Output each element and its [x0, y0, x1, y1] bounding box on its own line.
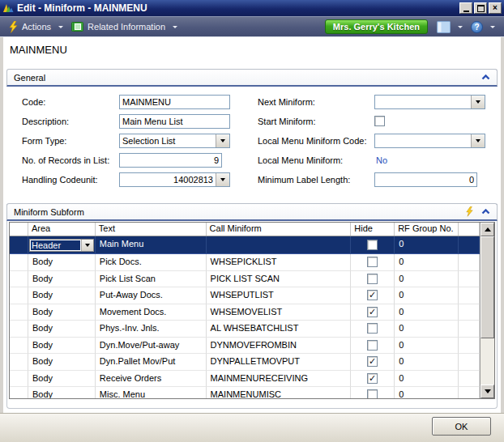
cell-rf-group-no[interactable]: 0	[395, 354, 459, 371]
table-row[interactable]: BodyPick List ScanPICK LIST SCAN0	[10, 271, 480, 288]
cell-text[interactable]: Pick List Scan	[96, 271, 207, 288]
cell-rf-group-no[interactable]: 0	[395, 387, 459, 399]
cell-rf-group-no[interactable]: 0	[395, 371, 459, 388]
cell-text[interactable]: Pick Docs.	[96, 254, 207, 271]
hide-checkbox[interactable]	[367, 389, 378, 399]
row-selector[interactable]	[10, 271, 28, 288]
collapse-chevron-icon[interactable]	[481, 74, 490, 80]
cell-area[interactable]: Header	[28, 236, 96, 254]
cell-text[interactable]: Receive Orders	[96, 371, 207, 388]
collapse-chevron-icon[interactable]	[481, 209, 490, 215]
table-row[interactable]: BodyPick Docs.WHSEPICKLIST0	[10, 254, 480, 271]
cell-rf-group-no[interactable]: 0	[395, 254, 459, 271]
cell-call-miniform[interactable]: DYNMOVEFROMBIN	[207, 338, 352, 355]
cell-hide[interactable]	[351, 271, 395, 288]
table-row[interactable]: BodyPhys.-Inv. Jnls.AL WHSEBATCHLIST0	[10, 321, 480, 338]
cell-rf-group-no[interactable]: 0	[395, 338, 459, 355]
form-type-field[interactable]	[120, 134, 216, 147]
cell-area[interactable]: Body	[28, 338, 96, 355]
col-header-hide[interactable]: Hide	[351, 223, 395, 236]
cell-text[interactable]: Movement Docs.	[96, 304, 207, 321]
help-button[interactable]: ?	[467, 19, 499, 35]
row-selector[interactable]	[10, 304, 28, 321]
hide-checkbox[interactable]: ✓	[367, 373, 378, 384]
dropdown-button[interactable]	[216, 134, 229, 147]
description-field[interactable]	[119, 114, 230, 129]
cell-hide[interactable]	[351, 254, 395, 271]
no-of-records-in-list-field[interactable]	[119, 153, 222, 168]
cell-rf-group-no[interactable]: 0	[395, 287, 459, 304]
form-type-combobox[interactable]	[119, 134, 230, 148]
company-button[interactable]: Mrs. Gerry's Kitchen	[325, 19, 428, 34]
cell-hide[interactable]: ✓	[351, 354, 395, 371]
row-selector[interactable]	[10, 236, 28, 254]
cell-rf-group-no[interactable]: 0	[395, 271, 459, 288]
cell-area[interactable]: Body	[28, 271, 96, 288]
col-header-area[interactable]: Area	[28, 223, 96, 236]
dropdown-button[interactable]	[471, 134, 485, 147]
next-miniform-combobox[interactable]	[374, 95, 485, 109]
cell-hide[interactable]	[351, 338, 395, 355]
cell-call-miniform[interactable]: WHSEMOVELIST	[207, 304, 352, 321]
row-selector[interactable]	[10, 371, 28, 388]
cell-call-miniform[interactable]: WHSEPUTLIST	[207, 287, 352, 304]
hide-checkbox[interactable]: ✓	[367, 356, 378, 367]
row-selector[interactable]	[10, 321, 28, 338]
subform-actions-lightning-icon[interactable]	[466, 206, 473, 217]
cell-call-miniform[interactable]: PICK LIST SCAN	[207, 271, 352, 288]
table-row[interactable]: BodyReceive OrdersMAINMENURECEIVING✓0	[10, 371, 480, 388]
cell-hide[interactable]: ✓	[351, 371, 395, 388]
row-selector[interactable]	[10, 287, 28, 304]
cell-area[interactable]: Body	[28, 371, 96, 388]
cell-call-miniform[interactable]	[207, 236, 352, 254]
col-header-rf-group-no-[interactable]: RF Group No.	[395, 223, 459, 236]
cell-area[interactable]: Body	[28, 254, 96, 271]
table-row[interactable]: BodyDyn.Move/Put-awayDYNMOVEFROMBIN0	[10, 338, 480, 355]
subform-section-header[interactable]: Miniform Subform	[6, 203, 498, 221]
cell-area[interactable]: Body	[28, 287, 96, 304]
related-information-menu-button[interactable]: Related Information	[67, 19, 182, 34]
cell-text[interactable]: Dyn.Pallet Mov/Put	[96, 354, 207, 371]
cell-rf-group-no[interactable]: 0	[395, 304, 459, 321]
scroll-up-button[interactable]	[481, 223, 494, 236]
cell-area[interactable]: Body	[28, 354, 96, 371]
cell-area[interactable]: Body	[28, 304, 96, 321]
start-miniform-checkbox[interactable]	[374, 116, 385, 126]
dropdown-button[interactable]	[81, 240, 93, 251]
cell-text[interactable]: Main Menu	[96, 236, 207, 254]
maximize-button[interactable]	[474, 2, 487, 14]
cell-text[interactable]: Put-Away Docs.	[96, 287, 207, 304]
cell-area[interactable]: Body	[28, 387, 96, 399]
notes-button[interactable]	[433, 19, 467, 35]
cell-text[interactable]: Phys.-Inv. Jnls.	[96, 321, 207, 338]
cell-rf-group-no[interactable]: 0	[395, 321, 459, 338]
vertical-scrollbar[interactable]	[480, 223, 494, 398]
cell-hide[interactable]	[351, 321, 395, 338]
scrollbar-thumb[interactable]	[481, 236, 494, 338]
hide-checkbox[interactable]	[367, 340, 378, 351]
local-menu-miniform-code-field[interactable]	[375, 134, 471, 147]
table-row[interactable]: BodyPut-Away Docs.WHSEPUTLIST✓0	[10, 287, 480, 304]
scroll-down-button[interactable]	[481, 385, 494, 398]
area-combobox[interactable]: Header	[29, 239, 94, 252]
dropdown-button[interactable]	[216, 173, 229, 186]
col-header-text[interactable]: Text	[96, 223, 207, 236]
table-row[interactable]: BodyMisc. MenuMAINMENUMISC0	[10, 387, 480, 399]
title-bar[interactable]: Edit - Miniform - MAINMENU ×	[0, 0, 504, 16]
hide-checkbox[interactable]: ✓	[367, 307, 378, 317]
cell-rf-group-no[interactable]: 0	[395, 236, 459, 254]
minimize-button[interactable]	[459, 2, 472, 14]
row-selector[interactable]	[10, 254, 28, 271]
cell-call-miniform[interactable]: AL WHSEBATCHLIST	[207, 321, 352, 338]
cell-call-miniform[interactable]: DYNPALLETMOVPUT	[207, 354, 352, 371]
col-header-call-miniform[interactable]: Call Miniform	[207, 223, 352, 236]
hide-checkbox[interactable]	[367, 323, 378, 334]
handling-codeunit-combobox[interactable]	[119, 172, 230, 187]
cell-call-miniform[interactable]: MAINMENUMISC	[207, 387, 352, 399]
cell-call-miniform[interactable]: MAINMENURECEIVING	[207, 371, 352, 388]
next-miniform-field[interactable]	[375, 96, 471, 108]
row-selector[interactable]	[10, 354, 28, 371]
hide-checkbox[interactable]: ✓	[367, 290, 378, 300]
minimum-label-length-field[interactable]	[374, 172, 477, 187]
cell-area[interactable]: Body	[28, 321, 96, 338]
